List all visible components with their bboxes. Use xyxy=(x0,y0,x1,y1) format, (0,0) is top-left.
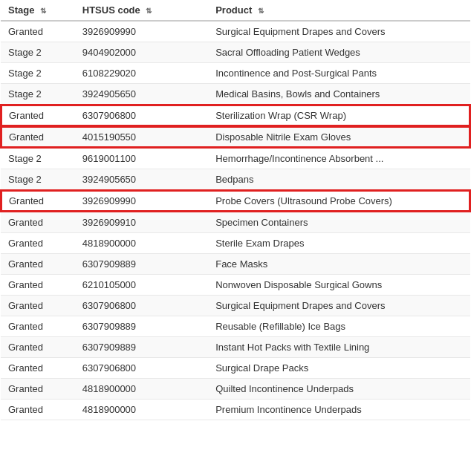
product-cell: Surgical Drape Packs xyxy=(208,358,470,379)
product-cell: Quilted Incontinence Underpads xyxy=(208,379,470,400)
htsus-cell: 6210105000 xyxy=(75,275,208,296)
product-cell: Reusable (Refillable) Ice Bags xyxy=(208,316,470,337)
stage-cell: Stage 2 xyxy=(1,169,75,191)
table-row: Granted4818900000Quilted Incontinence Un… xyxy=(1,379,470,400)
product-cell: Specimen Containers xyxy=(208,212,470,233)
stage-sort-icon: ⇅ xyxy=(40,7,46,15)
table-row: Granted6307909889Face Masks xyxy=(1,254,470,275)
product-cell: Probe Covers (Ultrasound Probe Covers) xyxy=(208,190,470,212)
product-cell: Bedpans xyxy=(208,169,470,191)
table-row: Stage 29619001100Hemorrhage/Incontinence… xyxy=(1,148,470,169)
product-column-header[interactable]: Product ⇅ xyxy=(208,0,470,21)
table-row: Stage 23924905650Bedpans xyxy=(1,169,470,191)
table-row: Granted6307906800Sterilization Wrap (CSR… xyxy=(1,105,470,126)
product-cell: Face Masks xyxy=(208,254,470,275)
table-header-row: Stage ⇅ HTSUS code ⇅ Product ⇅ xyxy=(1,0,470,21)
product-cell: Surgical Equipment Drapes and Covers xyxy=(208,296,470,316)
stage-cell: Stage 2 xyxy=(1,63,75,84)
product-cell: Disposable Nitrile Exam Gloves xyxy=(208,126,470,148)
htsus-cell: 3924905650 xyxy=(75,169,208,191)
product-cell: Incontinence and Post-Surgical Pants xyxy=(208,63,470,84)
htsus-cell: 3926909990 xyxy=(75,190,208,212)
htsus-cell: 9619001100 xyxy=(75,148,208,169)
table-row: Granted3926909990Surgical Equipment Drap… xyxy=(1,21,470,42)
htsus-cell: 3926909990 xyxy=(75,21,208,42)
htsus-cell: 6108229020 xyxy=(75,63,208,84)
htsus-cell: 3926909910 xyxy=(75,212,208,233)
product-cell: Instant Hot Packs with Textile Lining xyxy=(208,337,470,358)
stage-cell: Granted xyxy=(1,21,75,42)
stage-cell: Granted xyxy=(1,275,75,296)
stage-cell: Granted xyxy=(1,400,75,420)
main-table-container: Stage ⇅ HTSUS code ⇅ Product ⇅ Granted39… xyxy=(0,0,471,420)
table-row: Stage 26108229020Incontinence and Post-S… xyxy=(1,63,470,84)
product-sort-icon: ⇅ xyxy=(258,7,264,15)
stage-cell: Granted xyxy=(1,190,75,212)
product-cell: Medical Basins, Bowls and Containers xyxy=(208,84,470,105)
product-cell: Premium Incontinence Underpads xyxy=(208,400,470,420)
htsus-cell: 9404902000 xyxy=(75,42,208,63)
product-cell: Nonwoven Disposable Surgical Gowns xyxy=(208,275,470,296)
product-cell: Surgical Equipment Drapes and Covers xyxy=(208,21,470,42)
product-cell: Sterilization Wrap (CSR Wrap) xyxy=(208,105,470,126)
htsus-cell: 6307906800 xyxy=(75,358,208,379)
stage-cell: Granted xyxy=(1,296,75,316)
product-cell: Hemorrhage/Incontinence Absorbent ... xyxy=(208,148,470,169)
stage-cell: Granted xyxy=(1,233,75,254)
table-row: Stage 23924905650Medical Basins, Bowls a… xyxy=(1,84,470,105)
table-body: Granted3926909990Surgical Equipment Drap… xyxy=(1,21,470,420)
product-cell: Sterile Exam Drapes xyxy=(208,233,470,254)
stage-column-header[interactable]: Stage ⇅ xyxy=(1,0,75,21)
stage-cell: Stage 2 xyxy=(1,84,75,105)
table-row: Granted6307906800Surgical Equipment Drap… xyxy=(1,296,470,316)
product-cell: Sacral Offloading Patient Wedges xyxy=(208,42,470,63)
htsus-cell: 6307906800 xyxy=(75,296,208,316)
table-row: Granted4818900000Sterile Exam Drapes xyxy=(1,233,470,254)
htsus-cell: 6307909889 xyxy=(75,316,208,337)
table-row: Granted3926909990Probe Covers (Ultrasoun… xyxy=(1,190,470,212)
table-row: Stage 29404902000Sacral Offloading Patie… xyxy=(1,42,470,63)
stage-cell: Stage 2 xyxy=(1,42,75,63)
htsus-cell: 6307909889 xyxy=(75,254,208,275)
data-table: Stage ⇅ HTSUS code ⇅ Product ⇅ Granted39… xyxy=(0,0,471,420)
htsus-cell: 3924905650 xyxy=(75,84,208,105)
htsus-cell: 4818900000 xyxy=(75,400,208,420)
htsus-cell: 4015190550 xyxy=(75,126,208,148)
table-row: Granted3926909910Specimen Containers xyxy=(1,212,470,233)
htsus-cell: 4818900000 xyxy=(75,379,208,400)
stage-cell: Granted xyxy=(1,212,75,233)
stage-cell: Granted xyxy=(1,126,75,148)
table-row: Granted6307909889Instant Hot Packs with … xyxy=(1,337,470,358)
stage-cell: Granted xyxy=(1,316,75,337)
stage-cell: Granted xyxy=(1,337,75,358)
stage-cell: Granted xyxy=(1,358,75,379)
htsus-cell: 6307906800 xyxy=(75,105,208,126)
htsus-cell: 6307909889 xyxy=(75,337,208,358)
htsus-sort-icon: ⇅ xyxy=(146,7,152,15)
stage-cell: Granted xyxy=(1,105,75,126)
table-row: Granted6307909889Reusable (Refillable) I… xyxy=(1,316,470,337)
htsus-cell: 4818900000 xyxy=(75,233,208,254)
table-row: Granted4818900000Premium Incontinence Un… xyxy=(1,400,470,420)
stage-cell: Granted xyxy=(1,254,75,275)
table-row: Granted6307906800Surgical Drape Packs xyxy=(1,358,470,379)
stage-cell: Granted xyxy=(1,379,75,400)
table-row: Granted6210105000Nonwoven Disposable Sur… xyxy=(1,275,470,296)
stage-cell: Stage 2 xyxy=(1,148,75,169)
htsus-column-header[interactable]: HTSUS code ⇅ xyxy=(75,0,208,21)
table-row: Granted4015190550Disposable Nitrile Exam… xyxy=(1,126,470,148)
